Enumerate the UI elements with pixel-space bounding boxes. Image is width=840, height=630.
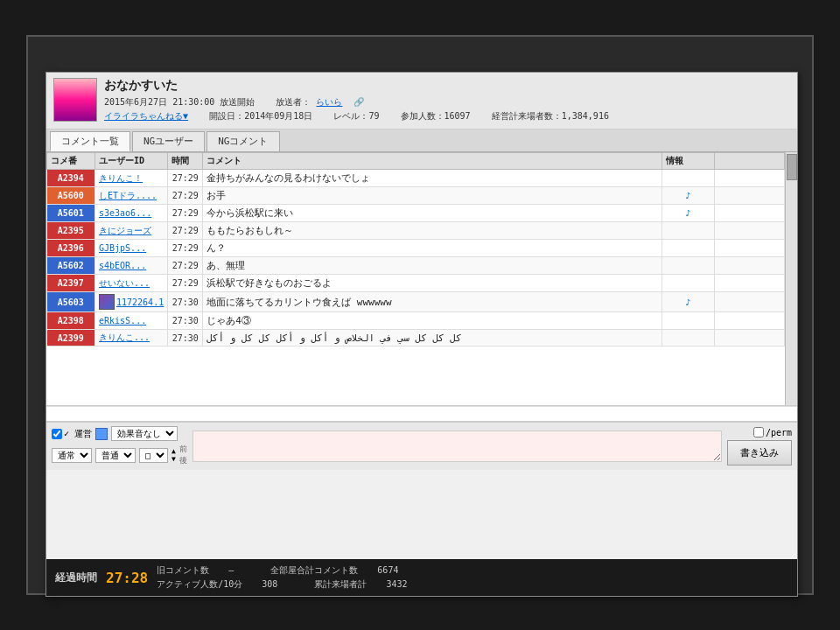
elapsed-label: 経過時間 [55, 570, 97, 585]
tabs-bar: コメント一覧 NGユーザー NGコメント [46, 130, 797, 152]
comment-num: A5601 [47, 205, 95, 222]
color-indicator[interactable] [95, 428, 108, 440]
user-id[interactable]: きりんこ... [95, 330, 168, 346]
comment-flag [662, 275, 715, 292]
comment-num: A2399 [47, 330, 95, 346]
comment-num: A2398 [47, 312, 95, 330]
table-row: A2397せいない...27:29浜松駅で好きなものおごるよ [47, 275, 785, 292]
checkbox-unei[interactable]: ✓ 運営 [52, 428, 92, 440]
speed-select[interactable]: 通常 [52, 448, 92, 463]
comment-text: ん？ [203, 240, 662, 257]
elapsed-time: 27:28 [106, 570, 148, 586]
comment-flag [662, 330, 715, 346]
col-header-time: 時間 [168, 153, 203, 170]
user-id[interactable]: s3e3ao6... [95, 205, 168, 222]
arrow-up[interactable]: ▲ [172, 448, 176, 455]
comment-count-label: 旧コメント数 [157, 565, 209, 575]
table-row: A56031172264.127:30地面に落ちてるカリントウ食えば wwwww… [47, 292, 785, 312]
status-stats: 旧コメント数 ― 全部屋合計コメント数 6674 アクティブ人数/10分 308… [157, 564, 407, 592]
comment-time: 27:29 [168, 222, 203, 240]
active-users-label: アクティブ人数/10分 [157, 579, 242, 589]
comment-time: 27:30 [168, 312, 203, 330]
comment-num: A2397 [47, 275, 95, 292]
table-row: A5602s4bEOR...27:29あ、無理 [47, 257, 785, 275]
user-id[interactable]: せいない... [95, 275, 168, 292]
unei-label: ✓ 運営 [64, 428, 92, 440]
comment-info [715, 170, 785, 187]
comment-info [715, 205, 785, 222]
stream-link[interactable]: イライラちゃんねる▼ [104, 111, 188, 121]
broadcaster-label: 放送者： [276, 97, 311, 107]
comment-text: 今から浜松駅に来い [203, 205, 662, 222]
scrollbar-thumb [787, 154, 797, 180]
tab-comment-list[interactable]: コメント一覧 [50, 131, 130, 151]
comment-flag [662, 312, 715, 330]
stream-title: おなかすいた [104, 78, 790, 94]
size-select[interactable]: 普通 [95, 448, 136, 463]
table-row: A5601s3e3ao6...27:29今から浜松駅に来い♪ [47, 205, 785, 222]
comment-info [715, 187, 785, 205]
comment-flag: ♪ [662, 292, 715, 312]
comment-time: 27:29 [168, 275, 203, 292]
controls-left: ✓ 運営 効果音なし 通常 普通 □ [52, 426, 187, 466]
perm-checkbox[interactable] [753, 427, 764, 438]
comment-text: あ、無理 [203, 257, 662, 275]
comment-info [715, 330, 785, 346]
user-id[interactable]: GJBjpS... [95, 240, 168, 257]
comment-time: 27:29 [168, 170, 203, 187]
scrollbar[interactable] [785, 152, 797, 405]
comment-input-area [192, 430, 722, 462]
user-id[interactable]: s4bEOR... [95, 257, 168, 275]
color-select[interactable]: □ [139, 448, 168, 463]
comment-text: じゃあ4③ [203, 312, 662, 330]
comment-info [715, 257, 785, 275]
comment-num: A5603 [47, 292, 95, 312]
comment-flag: ♪ [662, 187, 715, 205]
stream-meta: 2015年6月27日 21:30:00 放送開始 放送者： らいら 🔗 イライラ… [104, 95, 790, 123]
tab-ng-user[interactable]: NGユーザー [132, 131, 205, 151]
controls-right: /perm 書き込み [727, 427, 792, 466]
comment-info [715, 275, 785, 292]
comment-input[interactable] [192, 430, 722, 462]
total-visitors-value: 3432 [386, 579, 407, 589]
unei-checkbox[interactable] [52, 429, 62, 439]
open-date: 開設日：2014年09月18日 [209, 111, 312, 121]
comment-count-line: 旧コメント数 ― 全部屋合計コメント数 6674 [157, 564, 407, 578]
effect-select[interactable]: 効果音なし [111, 426, 178, 441]
perm-checkbox-label[interactable]: /perm [753, 427, 792, 438]
user-id[interactable]: きりんこ！ [95, 170, 168, 187]
app-window: おなかすいた 2015年6月27日 21:30:00 放送開始 放送者： らいら… [46, 72, 798, 597]
user-id[interactable]: 1172264.1 [95, 292, 168, 312]
comment-flag [662, 222, 715, 240]
stream-date: 2015年6月27日 21:30:00 放送開始 [104, 97, 255, 107]
comment-flag [662, 257, 715, 275]
tab-ng-comment[interactable]: NGコメント [206, 131, 279, 151]
col-header-user: ユーザーID [95, 153, 168, 170]
comment-time: 27:29 [168, 205, 203, 222]
user-id[interactable]: きにジョーズ [95, 222, 168, 240]
arrow-down[interactable]: ▼ [172, 456, 176, 463]
submit-button[interactable]: 書き込み [727, 440, 792, 466]
header: おなかすいた 2015年6月27日 21:30:00 放送開始 放送者： らいら… [46, 73, 797, 130]
comment-num: A5602 [47, 257, 95, 275]
col-header-flag: 情報 [662, 153, 715, 170]
comment-num: A2396 [47, 240, 95, 257]
col-header-info [715, 153, 785, 170]
participants: 参加人数：16097 [401, 111, 471, 121]
comment-info [715, 292, 785, 312]
comment-info [715, 222, 785, 240]
ctrl-row2: 通常 普通 □ ▲ ▼ 前後 [52, 444, 187, 466]
user-id[interactable]: eRkisS... [95, 312, 168, 330]
table-row: A2395きにジョーズ27:29ももたらおもしれ～ [47, 222, 785, 240]
comment-flag [662, 170, 715, 187]
perm-label: /perm [766, 428, 792, 438]
comment-time: 27:30 [168, 292, 203, 312]
header-info: おなかすいた 2015年6月27日 21:30:00 放送開始 放送者： らいら… [104, 78, 790, 123]
col-header-num: コメ番 [47, 153, 95, 170]
comment-table: コメ番 ユーザーID 時間 コメント 情報 A2394きりんこ！27:29金持ち… [46, 152, 785, 346]
user-id[interactable]: しETドラ.... [95, 187, 168, 205]
comment-num: A5600 [47, 187, 95, 205]
total-views: 経営計来場者数：1,384,916 [492, 111, 609, 121]
empty-row-area [46, 406, 797, 422]
broadcaster-link[interactable]: らいら [316, 97, 342, 107]
